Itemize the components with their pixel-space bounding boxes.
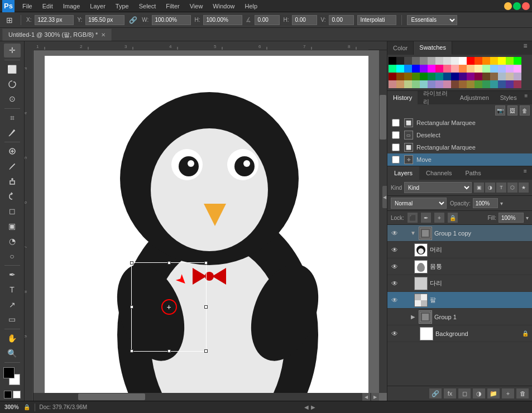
swatch[interactable] bbox=[396, 73, 404, 80]
swatch[interactable] bbox=[412, 57, 420, 65]
quick-select-tool[interactable]: ⊙ bbox=[4, 92, 21, 106]
styles-tab[interactable]: Styles bbox=[495, 91, 523, 104]
history-delete[interactable]: 🗑 bbox=[520, 105, 530, 116]
swatch[interactable] bbox=[490, 65, 498, 73]
swatch[interactable] bbox=[506, 65, 514, 73]
minimize-button[interactable] bbox=[504, 2, 512, 10]
history-tab[interactable]: History bbox=[387, 91, 418, 104]
filter-adjustment[interactable]: ◑ bbox=[485, 183, 495, 193]
swatch[interactable] bbox=[482, 73, 490, 80]
swatch[interactable] bbox=[498, 73, 506, 80]
color-boxes[interactable] bbox=[3, 367, 21, 383]
w-input[interactable] bbox=[152, 15, 191, 25]
swatch-red[interactable] bbox=[467, 57, 475, 65]
history-brush-tool[interactable] bbox=[4, 189, 21, 203]
blur-tool[interactable]: ◔ bbox=[4, 234, 21, 248]
swatch[interactable] bbox=[506, 57, 514, 65]
history-checkbox-2[interactable] bbox=[392, 131, 400, 139]
swatch[interactable] bbox=[428, 80, 435, 88]
swatch[interactable] bbox=[412, 73, 420, 80]
lock-pixels-btn[interactable]: ⬛ bbox=[408, 213, 418, 223]
zoom-tool[interactable]: 🔍 bbox=[4, 346, 21, 360]
eyedropper-tool[interactable] bbox=[4, 126, 21, 140]
background-quick[interactable] bbox=[13, 391, 21, 398]
swatch-white[interactable] bbox=[459, 57, 467, 65]
layer-arm[interactable]: 👁 팔 bbox=[387, 292, 532, 309]
layer-eye-background[interactable]: 👁 bbox=[390, 329, 400, 339]
swatch[interactable] bbox=[435, 57, 443, 65]
opacity-input[interactable] bbox=[473, 198, 498, 208]
workspace-select[interactable]: Essentials bbox=[407, 15, 457, 25]
gradient-tool[interactable]: ▣ bbox=[4, 219, 21, 233]
scrollbar-h[interactable]: ◀ ▶ bbox=[33, 393, 379, 401]
menu-type[interactable]: Type bbox=[111, 2, 133, 11]
swatch[interactable] bbox=[443, 57, 451, 65]
history-new-snapshot[interactable]: 📷 bbox=[495, 105, 505, 116]
swatch-blue[interactable] bbox=[412, 65, 420, 73]
v-skew-input[interactable] bbox=[329, 15, 354, 25]
shape-tool[interactable]: ▭ bbox=[4, 313, 21, 326]
swatch[interactable] bbox=[506, 73, 514, 80]
menu-filter[interactable]: Filter bbox=[161, 2, 184, 11]
swatch[interactable] bbox=[482, 65, 490, 73]
history-panel-menu[interactable]: ≡ bbox=[523, 91, 530, 100]
swatches-tab[interactable]: Swatches bbox=[414, 41, 452, 55]
layer-eye-arm[interactable]: 👁 bbox=[390, 295, 400, 305]
lock-all-btn[interactable]: 🔒 bbox=[448, 213, 458, 223]
foreground-quick[interactable] bbox=[4, 391, 12, 398]
swatch[interactable] bbox=[404, 65, 412, 73]
text-tool[interactable]: T bbox=[4, 283, 21, 297]
swatch-magenta[interactable] bbox=[428, 65, 435, 73]
layer-body[interactable]: 👁 몸통 bbox=[387, 258, 532, 275]
document-tab[interactable]: Untitled-1 @ 300% (팔, RGB/8) * ✕ bbox=[2, 28, 112, 41]
history-item-1[interactable]: ⬜ Rectangular Marquee bbox=[387, 117, 532, 129]
layer-legs[interactable]: 👁 다리 bbox=[387, 275, 532, 292]
layer-head[interactable]: 👁 머리 bbox=[387, 242, 532, 258]
swatch[interactable] bbox=[506, 80, 514, 88]
y-input[interactable] bbox=[85, 15, 124, 25]
history-item-3[interactable]: ⬜ Rectangular Marquee bbox=[387, 141, 532, 153]
history-item-2[interactable]: ▭ Deselect bbox=[387, 129, 532, 141]
fill-input[interactable] bbox=[499, 213, 524, 223]
lasso-tool[interactable] bbox=[4, 77, 21, 91]
swatch[interactable] bbox=[467, 65, 475, 73]
clone-stamp-tool[interactable] bbox=[4, 174, 21, 188]
library-tab[interactable]: 라이브러리 bbox=[418, 91, 454, 104]
swatch[interactable] bbox=[475, 65, 482, 73]
menu-help[interactable]: Help bbox=[240, 2, 262, 11]
lock-artboard-btn[interactable]: + bbox=[434, 213, 444, 223]
history-checkbox-4[interactable] bbox=[392, 156, 400, 164]
layers-tab[interactable]: Layers bbox=[387, 166, 419, 180]
h-skew-input[interactable] bbox=[292, 15, 317, 25]
swatch[interactable] bbox=[514, 65, 521, 73]
paths-tab[interactable]: Paths bbox=[459, 166, 488, 180]
swatch[interactable] bbox=[490, 73, 498, 80]
swatch[interactable] bbox=[428, 57, 435, 65]
swatch[interactable] bbox=[443, 65, 451, 73]
canvas-white[interactable]: + ➤ bbox=[45, 56, 368, 401]
layer-adjustment-btn[interactable]: ◑ bbox=[473, 388, 485, 398]
swatch[interactable] bbox=[451, 65, 459, 73]
layer-folder-btn[interactable]: 📁 bbox=[487, 388, 500, 398]
channels-tab[interactable]: Channels bbox=[419, 166, 458, 180]
layer-group-1[interactable]: ▶ Group 1 bbox=[387, 309, 532, 325]
adjustment-tab[interactable]: Adjustmen bbox=[454, 91, 495, 104]
swatch[interactable] bbox=[459, 80, 467, 88]
menu-select[interactable]: Select bbox=[135, 2, 161, 11]
close-button[interactable] bbox=[522, 2, 530, 10]
swatch[interactable] bbox=[459, 65, 467, 73]
scroll-left-btn[interactable]: ◀ bbox=[362, 393, 370, 401]
lock-position-btn[interactable]: ✒ bbox=[421, 213, 431, 223]
swatch[interactable] bbox=[482, 80, 490, 88]
move-tool[interactable]: ✛ bbox=[4, 44, 21, 57]
panel-menu-btn[interactable]: ≡ bbox=[521, 41, 530, 50]
swatch-cyan[interactable] bbox=[396, 65, 404, 73]
swatch-green[interactable] bbox=[514, 57, 521, 65]
swatch[interactable] bbox=[389, 73, 396, 80]
menu-file[interactable]: File bbox=[18, 2, 37, 11]
history-checkbox-3[interactable] bbox=[392, 143, 400, 151]
angle-input[interactable] bbox=[255, 15, 280, 25]
group-expand-triangle[interactable]: ▼ bbox=[410, 230, 416, 237]
swatch[interactable] bbox=[498, 80, 506, 88]
layer-delete-btn[interactable]: 🗑 bbox=[516, 388, 529, 398]
